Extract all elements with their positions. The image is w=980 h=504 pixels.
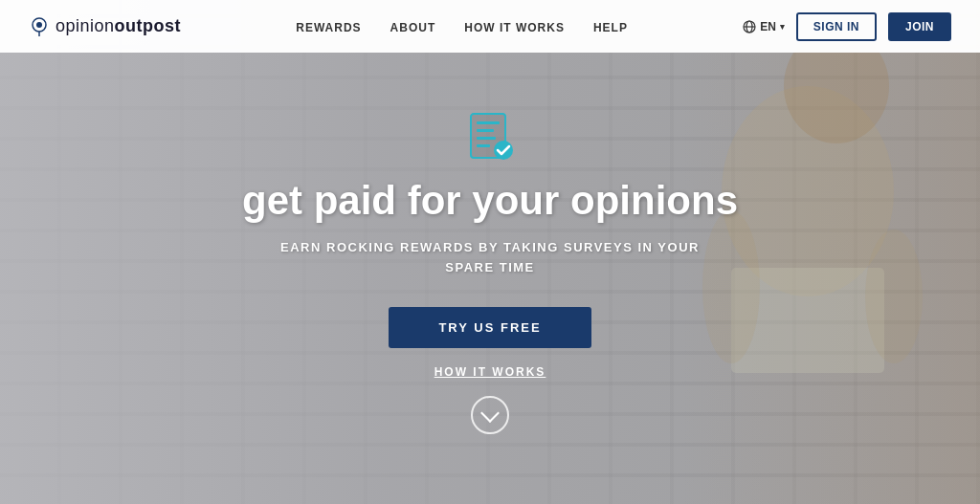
chevron-down-icon: ▾ — [780, 22, 785, 32]
join-button[interactable]: JOIN — [888, 12, 951, 41]
svg-point-6 — [36, 22, 42, 28]
svg-rect-13 — [477, 129, 494, 132]
globe-icon — [743, 20, 756, 33]
scroll-down-button[interactable] — [471, 396, 509, 434]
survey-icon — [463, 110, 517, 164]
svg-rect-14 — [477, 137, 496, 140]
logo-icon — [29, 16, 50, 37]
arrow-down-icon — [480, 404, 500, 423]
nav-help[interactable]: HELP — [593, 21, 628, 34]
try-us-free-button[interactable]: TRY US FREE — [389, 307, 590, 348]
nav-how-it-works[interactable]: HOW IT WORKS — [464, 21, 565, 34]
nav-menu: REWARDS ABOUT HOW IT WORKS HELP — [296, 18, 628, 35]
how-it-works-link[interactable]: HOW IT WORKS — [434, 365, 546, 379]
svg-rect-12 — [477, 121, 500, 124]
hero-title: get paid for your opinions — [242, 179, 738, 223]
nav-about[interactable]: ABOUT — [390, 21, 436, 34]
nav-actions: EN ▾ SIGN IN JOIN — [743, 12, 951, 41]
hero-section: get paid for your opinions EARN ROCKING … — [0, 53, 980, 434]
svg-rect-15 — [477, 144, 490, 147]
language-selector[interactable]: EN ▾ — [743, 20, 785, 33]
lang-label: EN — [760, 20, 776, 33]
navbar: opinionoutpost REWARDS ABOUT HOW IT WORK… — [0, 0, 980, 53]
hero-subtitle: EARN ROCKING REWARDS BY TAKING SURVEYS I… — [260, 238, 720, 278]
logo-text: opinionoutpost — [56, 16, 181, 36]
nav-rewards[interactable]: REWARDS — [296, 21, 361, 34]
signin-button[interactable]: SIGN IN — [796, 12, 877, 41]
logo[interactable]: opinionoutpost — [29, 16, 181, 37]
